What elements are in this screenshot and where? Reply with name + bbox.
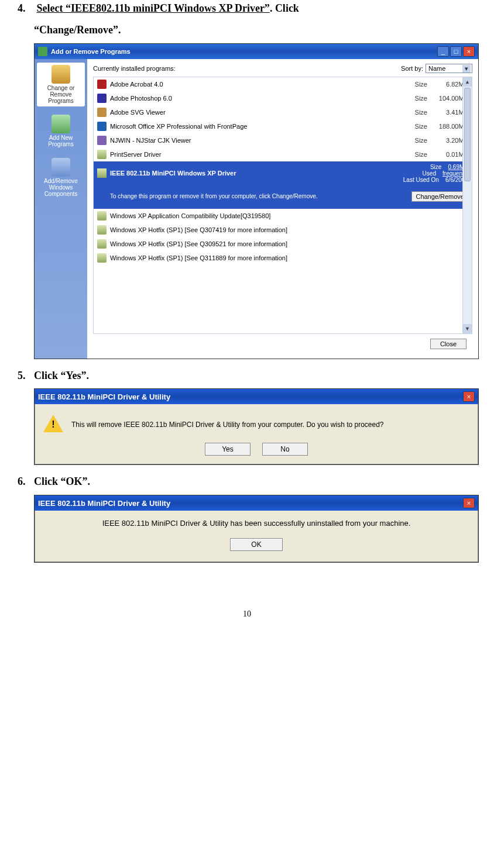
program-icon	[97, 80, 107, 89]
program-name: Windows XP Application Compatibility Upd…	[110, 212, 468, 219]
step6: 6.Click “OK”.	[18, 473, 476, 490]
program-icon	[97, 168, 107, 178]
sel-size-lbl: Size	[430, 164, 441, 170]
program-name: Windows XP Hotfix (SP1) [See Q311889 for…	[110, 254, 468, 261]
program-icon	[97, 211, 107, 221]
arp-header-label: Currently installed programs:	[93, 65, 176, 72]
sidebar-add-new[interactable]: Add New Programs	[37, 112, 85, 150]
dlg2-titlebar[interactable]: IEEE 802.11b MiniPCI Driver & Utility ×	[35, 389, 478, 404]
program-row[interactable]: Windows XP Application Compatibility Upd…	[94, 209, 472, 223]
ok-button[interactable]: OK	[230, 538, 283, 551]
size-label: Size	[410, 95, 427, 102]
program-row[interactable]: Adobe SVG Viewer Size 3.41MB	[94, 105, 472, 119]
scroll-thumb[interactable]	[464, 88, 471, 181]
program-row[interactable]: Windows XP Hotfix (SP1) [See Q309521 for…	[94, 237, 472, 251]
step4-rest: . Click	[270, 2, 299, 14]
scrollbar[interactable]: ▲ ▼	[462, 77, 472, 333]
step5: 5.Click “Yes”.	[18, 367, 476, 384]
program-row-selected[interactable]: IEEE 802.11b MiniPCI Windows XP Driver S…	[94, 161, 472, 209]
arp-title: Add or Remove Programs	[51, 48, 131, 55]
sel-last-lbl: Last Used On	[403, 177, 439, 183]
program-name: NJWIN - NJStar CJK Viewer	[110, 137, 410, 144]
add-new-icon	[52, 115, 70, 133]
arp-sidebar: Change or Remove Programs Add New Progra…	[35, 59, 87, 359]
change-remove-icon	[52, 65, 70, 84]
sel-used-lbl: Used	[423, 170, 436, 177]
step4-underline: Select “IEEE802.11b miniPCI Windows XP D…	[37, 2, 270, 14]
sidebar-label-2: Add/Remove Windows Components	[44, 178, 78, 197]
no-button[interactable]: No	[262, 443, 308, 456]
arp-icon	[38, 47, 47, 56]
sidebar-change-remove[interactable]: Change or Remove Programs	[37, 63, 85, 106]
maximize-button[interactable]: □	[450, 46, 462, 57]
program-icon	[97, 239, 107, 249]
sidebar-label-0: Change or Remove Programs	[47, 85, 75, 104]
size-label: Size	[410, 137, 427, 144]
scroll-up-icon[interactable]: ▲	[463, 77, 472, 87]
program-name: Adobe Photoshop 6.0	[110, 95, 410, 102]
program-icon	[97, 108, 107, 117]
step5-text: Click “Yes”.	[34, 370, 89, 381]
close-button[interactable]: ×	[463, 46, 475, 57]
selected-name: IEEE 802.11b MiniPCI Windows XP Driver	[110, 170, 403, 177]
step4-line1: 4. Select “IEEE802.11b miniPCI Windows X…	[18, 0, 476, 17]
program-name: Adobe Acrobat 4.0	[110, 81, 410, 88]
program-icon	[97, 94, 107, 103]
program-row[interactable]: PrintServer Driver Size 0.01MB	[94, 147, 472, 161]
program-name: Adobe SVG Viewer	[110, 109, 410, 116]
close-button[interactable]: ×	[463, 391, 475, 402]
win-components-icon	[52, 158, 70, 177]
yes-button[interactable]: Yes	[205, 443, 251, 456]
page-number: 10	[18, 609, 476, 619]
dlg3-titlebar[interactable]: IEEE 802.11b MiniPCI Driver & Utility ×	[35, 495, 478, 511]
size-label: Size	[410, 81, 427, 88]
dlg3-title: IEEE 802.11b MiniPCI Driver & Utility	[38, 499, 170, 508]
sidebar-label-1: Add New Programs	[48, 135, 73, 147]
program-row[interactable]: Microsoft Office XP Professional with Fr…	[94, 119, 472, 133]
add-remove-programs-window: Add or Remove Programs _ □ × Change or R…	[34, 43, 479, 359]
program-icon	[97, 150, 107, 159]
step5-num: 5.	[18, 367, 34, 384]
arp-titlebar[interactable]: Add or Remove Programs _ □ ×	[35, 44, 478, 59]
sel-msg: To change this program or remove it from…	[110, 193, 318, 199]
step4-num: 4.	[18, 0, 34, 17]
program-icon	[97, 136, 107, 145]
dlg2-msg: This will remove IEEE 802.11b MiniPCI Dr…	[71, 421, 469, 429]
confirm-dialog: IEEE 802.11b MiniPCI Driver & Utility × …	[34, 388, 479, 465]
program-name: Microsoft Office XP Professional with Fr…	[110, 123, 410, 130]
program-row[interactable]: Windows XP Hotfix (SP1) [See Q307419 for…	[94, 223, 472, 237]
program-name: Windows XP Hotfix (SP1) [See Q309521 for…	[110, 240, 468, 247]
size-label: Size	[410, 109, 427, 116]
success-dialog: IEEE 802.11b MiniPCI Driver & Utility × …	[34, 495, 479, 563]
sortby-dropdown[interactable]: Name	[426, 64, 472, 73]
dlg2-title: IEEE 802.11b MiniPCI Driver & Utility	[38, 392, 170, 401]
step6-num: 6.	[18, 473, 34, 490]
dlg3-msg: IEEE 802.11b MiniPCI Driver & Utility ha…	[43, 519, 469, 528]
scroll-down-icon[interactable]: ▼	[463, 324, 472, 333]
program-name: PrintServer Driver	[110, 151, 410, 158]
program-row[interactable]: NJWIN - NJStar CJK Viewer Size 3.20MB	[94, 133, 472, 147]
size-label: Size	[410, 151, 427, 158]
step4-line2: “Change/Remove”.	[18, 22, 476, 39]
warning-icon	[43, 415, 63, 435]
program-icon	[97, 122, 107, 131]
program-icon	[97, 253, 107, 263]
program-row[interactable]: Windows XP Hotfix (SP1) [See Q311889 for…	[94, 251, 472, 265]
size-label: Size	[410, 123, 427, 130]
sortby-value: Name	[428, 65, 445, 72]
minimize-button[interactable]: _	[437, 46, 449, 57]
change-remove-button[interactable]: Change/Remove	[411, 191, 468, 202]
program-row[interactable]: Adobe Acrobat 4.0 Size 6.82MB	[94, 77, 472, 91]
sortby-label: Sort by:	[401, 65, 423, 72]
close-window-button[interactable]: Close	[430, 339, 466, 349]
program-name: Windows XP Hotfix (SP1) [See Q307419 for…	[110, 226, 468, 233]
program-row[interactable]: Adobe Photoshop 6.0 Size 104.00MB	[94, 91, 472, 105]
close-button[interactable]: ×	[463, 498, 475, 508]
step6-text: Click “OK”.	[34, 476, 90, 487]
sidebar-windows-components[interactable]: Add/Remove Windows Components	[37, 156, 85, 199]
program-icon	[97, 225, 107, 235]
program-list: Adobe Acrobat 4.0 Size 6.82MB Adobe Phot…	[93, 77, 472, 334]
